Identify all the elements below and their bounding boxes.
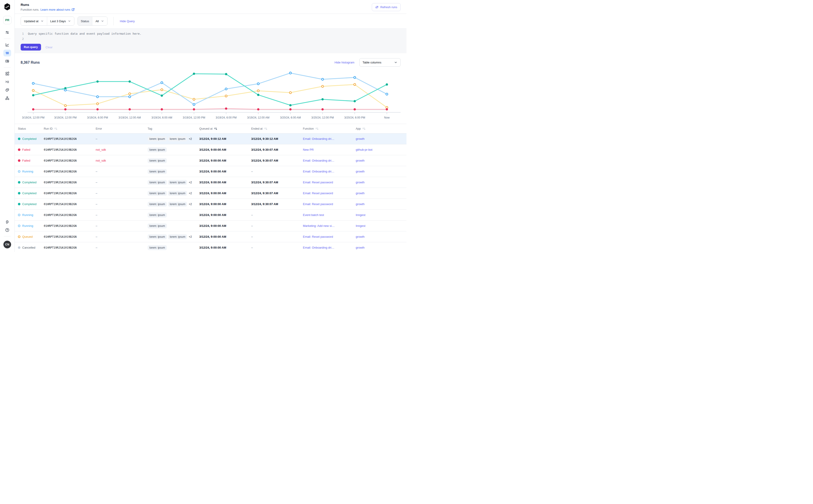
chart-point-failed[interactable]: [225, 107, 227, 110]
chart-point-queued[interactable]: [321, 85, 323, 87]
chart-point-failed[interactable]: [321, 108, 324, 110]
run-function-link[interactable]: Email: Onboarding dri…: [303, 137, 334, 141]
table-row[interactable]: Running 01HRPT19RJSA1019B2GN – lorem: ip…: [15, 221, 406, 231]
run-app-link[interactable]: Inngest: [356, 213, 406, 217]
chart-point-completed[interactable]: [96, 80, 99, 83]
table-row[interactable]: Completed 01HRPT19RJSA1019B2GN – lorem: …: [15, 188, 406, 199]
chart-point-running[interactable]: [354, 76, 356, 78]
column-header-error[interactable]: Error: [92, 127, 144, 130]
chart-point-completed[interactable]: [193, 73, 195, 75]
table-row[interactable]: Running 01HRPT19RJSA1019B2GN – lorem: ip…: [15, 210, 406, 221]
chart-point-running[interactable]: [97, 96, 99, 98]
chart-point-running[interactable]: [257, 83, 259, 85]
sidebar-item-webhooks[interactable]: [3, 95, 11, 102]
chart-point-running[interactable]: [32, 82, 34, 84]
chart-point-failed[interactable]: [193, 108, 195, 110]
run-function-link[interactable]: New PR: [303, 148, 314, 151]
run-function-link[interactable]: Marketing: Add new si…: [303, 224, 334, 228]
chart-point-failed[interactable]: [64, 108, 66, 110]
sidebar-item-metrics[interactable]: [3, 41, 11, 48]
run-function-link[interactable]: Email: Reset password: [303, 181, 333, 184]
chart-point-queued[interactable]: [128, 93, 131, 95]
learn-more-link[interactable]: Learn more about runs: [40, 8, 75, 11]
run-function-link[interactable]: Email: Reset password: [303, 191, 333, 195]
chart-point-running[interactable]: [386, 93, 388, 95]
status-filter-dropdown[interactable]: All: [92, 17, 107, 25]
run-app-link[interactable]: growth: [356, 202, 406, 206]
run-function-link[interactable]: Email: Onboarding dri…: [303, 159, 334, 162]
chart-point-queued[interactable]: [97, 103, 99, 105]
chart-point-running[interactable]: [161, 82, 163, 84]
run-function-link[interactable]: Email: Onboarding dri…: [303, 170, 334, 173]
sidebar-item-apps[interactable]: [3, 70, 11, 77]
run-app-link[interactable]: growth: [356, 181, 406, 184]
column-header-status[interactable]: Status: [15, 127, 41, 130]
filter-sliders-icon[interactable]: [3, 29, 11, 36]
table-row[interactable]: Cancelled 01HRPT19RJSA1019B2GN – lorem: …: [15, 242, 406, 252]
chart-point-failed[interactable]: [128, 108, 131, 110]
chart-point-failed[interactable]: [354, 108, 356, 110]
sidebar-item-event-search[interactable]: [3, 58, 11, 65]
run-app-link[interactable]: github-pr-bot: [356, 148, 406, 151]
chart-point-completed[interactable]: [354, 100, 356, 102]
chart-point-failed[interactable]: [96, 108, 99, 110]
run-function-link[interactable]: Email: Onboarding dri…: [303, 246, 334, 249]
workspace-badge[interactable]: PR: [3, 16, 12, 24]
chart-point-running[interactable]: [289, 72, 291, 74]
chart-point-queued[interactable]: [225, 95, 227, 97]
column-header-function[interactable]: Function: [300, 127, 352, 130]
run-app-link[interactable]: growth: [356, 246, 406, 249]
hide-histogram-link[interactable]: Hide histogram: [334, 61, 354, 64]
chart-point-completed[interactable]: [64, 87, 66, 89]
chart-point-completed[interactable]: [161, 95, 163, 97]
chart-point-completed[interactable]: [225, 73, 227, 75]
dev-server-plug-icon[interactable]: [3, 218, 11, 225]
run-function-link[interactable]: Event batch test: [303, 213, 324, 217]
sidebar-item-runs[interactable]: [3, 50, 11, 56]
table-row[interactable]: Failed 01HRPT19RJSA1019B2GN not_sdk lore…: [15, 144, 406, 155]
chart-point-completed[interactable]: [128, 80, 131, 83]
run-function-link[interactable]: Email: Reset password: [303, 235, 333, 238]
sidebar-item-events[interactable]: [3, 87, 11, 93]
user-avatar[interactable]: CN: [3, 241, 11, 248]
table-row[interactable]: Completed 01HRPT19RJSA1019B2GN – lorem: …: [15, 199, 406, 210]
table-row[interactable]: Completed 01HRPT19RJSA1019B2GN – lorem: …: [15, 177, 406, 188]
run-app-link[interactable]: growth: [356, 137, 406, 141]
run-app-link[interactable]: growth: [356, 159, 406, 162]
chart-point-failed[interactable]: [289, 108, 291, 110]
chart-point-completed[interactable]: [385, 83, 388, 86]
chart-point-queued[interactable]: [161, 89, 163, 91]
chart-point-completed[interactable]: [321, 98, 324, 100]
column-header-queued-at[interactable]: Queued at: [196, 127, 248, 130]
sidebar-item-functions[interactable]: [3, 78, 11, 85]
chart-point-failed[interactable]: [385, 108, 388, 110]
refresh-runs-button[interactable]: Refresh runs: [372, 3, 400, 11]
column-header-app[interactable]: App: [352, 127, 406, 130]
run-function-link[interactable]: Email: Reset password: [303, 202, 333, 206]
run-app-link[interactable]: growth: [356, 235, 406, 238]
inngest-logo-icon[interactable]: [4, 3, 11, 10]
chart-point-queued[interactable]: [354, 83, 356, 85]
chart-point-running[interactable]: [321, 78, 323, 80]
chart-point-running[interactable]: [128, 96, 131, 98]
table-row[interactable]: Failed 01HRPT19RJSA1019B2GN not_sdk lore…: [15, 155, 406, 166]
table-row[interactable]: Running 01HRPT19RJSA1019B2GN – lorem: ip…: [15, 166, 406, 177]
time-field-dropdown[interactable]: Updated at: [21, 17, 47, 25]
chart-point-failed[interactable]: [161, 108, 163, 110]
help-icon[interactable]: [3, 227, 11, 233]
column-header-run-id[interactable]: Run ID: [41, 127, 92, 130]
column-header-tag[interactable]: Tag: [144, 127, 196, 130]
chart-point-queued[interactable]: [32, 90, 34, 92]
chart-point-running[interactable]: [193, 104, 195, 106]
chart-point-queued[interactable]: [289, 92, 291, 94]
clear-query-button[interactable]: Clear: [46, 46, 53, 49]
table-columns-dropdown[interactable]: Table columns: [359, 58, 400, 67]
time-range-dropdown[interactable]: Last 3 Days: [47, 17, 74, 25]
run-query-button[interactable]: Run query: [21, 44, 41, 51]
run-app-link[interactable]: growth: [356, 170, 406, 173]
chart-point-queued[interactable]: [257, 90, 259, 92]
run-app-link[interactable]: Inngest: [356, 224, 406, 228]
chart-point-completed[interactable]: [289, 104, 291, 106]
chart-point-queued[interactable]: [193, 98, 195, 100]
chart-point-queued[interactable]: [64, 105, 66, 107]
